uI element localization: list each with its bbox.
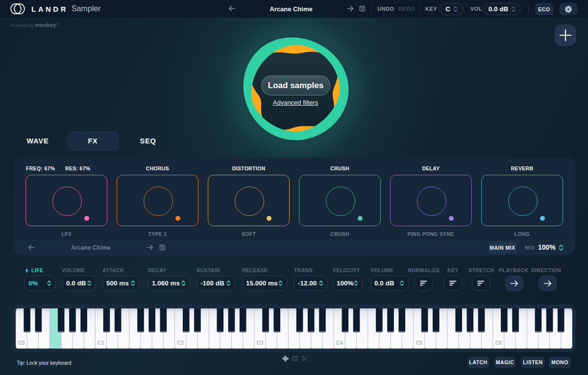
svg-text:C5: C5 (416, 340, 422, 346)
svg-text:C1: C1 (98, 340, 104, 346)
svg-text:C2: C2 (177, 340, 184, 346)
svg-text:C6: C6 (495, 340, 502, 346)
svg-text:C3: C3 (257, 340, 264, 346)
svg-text:C4: C4 (336, 340, 343, 346)
svg-text:C0: C0 (18, 340, 25, 346)
